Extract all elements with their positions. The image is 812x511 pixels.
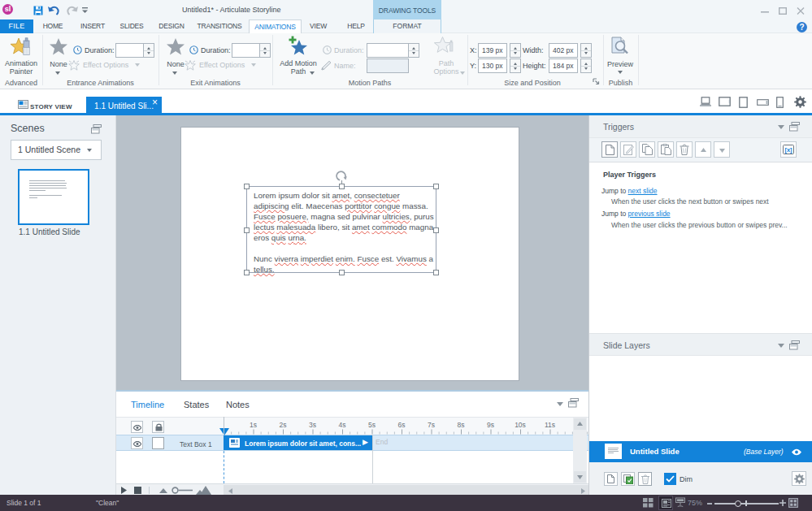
svg-text:7s: 7s — [428, 421, 435, 429]
svg-text:[x]: [x] — [784, 146, 792, 154]
svg-text:3s: 3s — [309, 421, 316, 429]
svg-text:9s: 9s — [487, 421, 494, 429]
svg-text:11s: 11s — [545, 421, 555, 429]
svg-text:5s: 5s — [368, 421, 376, 429]
svg-text:10s: 10s — [515, 421, 526, 429]
svg-text:8s: 8s — [458, 421, 465, 429]
svg-text:6s: 6s — [398, 421, 406, 429]
svg-text:1s: 1s — [250, 421, 257, 429]
svg-text:4s: 4s — [339, 421, 346, 429]
svg-text:2s: 2s — [280, 421, 287, 429]
